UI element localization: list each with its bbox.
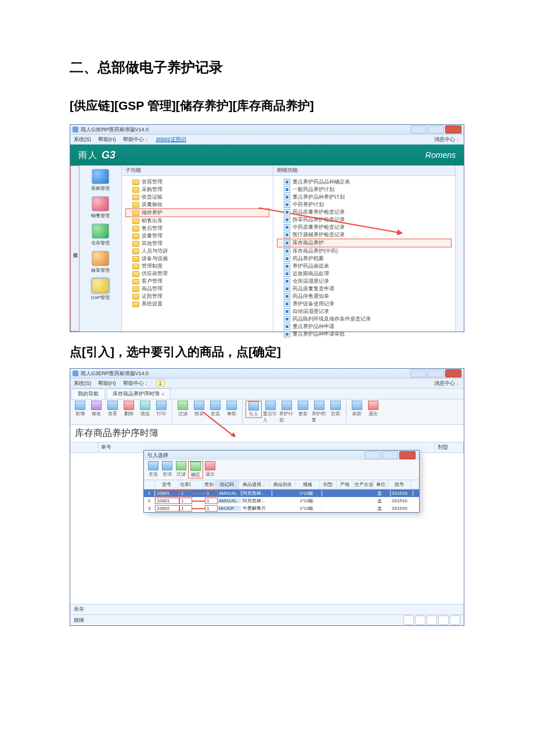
toolbar-筛选[interactable]: 筛选: [138, 401, 153, 417]
dlg-toolbar-确定[interactable]: 确定: [188, 461, 203, 478]
tab-close-icon[interactable]: ×: [161, 391, 164, 397]
dlg-col-header[interactable]: 仓库编号: [179, 480, 191, 489]
toolbar-养护计划[interactable]: 养护计划: [279, 401, 294, 423]
tree-item[interactable]: 设备与设施: [125, 255, 269, 262]
dlg-col-header[interactable]: 类别: [203, 480, 215, 489]
toolbar-报表[interactable]: 报表: [192, 401, 207, 417]
tree-item[interactable]: 证照管理: [125, 293, 269, 300]
detail-item[interactable]: 药品质量复查申请: [277, 285, 452, 293]
detail-item[interactable]: 养护设备使用记录: [277, 300, 452, 308]
detail-item[interactable]: 重点养护品种申请审批: [277, 330, 452, 338]
nav-item-仓存管理[interactable]: 仓存管理: [91, 224, 110, 246]
tree-item[interactable]: 客户管理: [125, 278, 269, 285]
tab-my-nav[interactable]: 我的导航: [71, 388, 105, 399]
fn-button-2[interactable]: [438, 615, 449, 625]
dlg-col-header[interactable]: [144, 480, 155, 489]
tree-item[interactable]: 采购管理: [125, 186, 269, 193]
ime-button[interactable]: [403, 615, 414, 625]
toolbar-删除[interactable]: 删除: [121, 401, 136, 417]
fn-button-3[interactable]: [450, 615, 460, 625]
toolbar-查看[interactable]: 查看: [105, 401, 120, 417]
toolbar-刷新[interactable]: 刷新: [349, 401, 365, 417]
toolbar-更新[interactable]: 更新: [295, 401, 311, 417]
dlg-col-header[interactable]: 助记码: [215, 480, 239, 489]
dlg-toolbar-全选[interactable]: 全选: [146, 461, 160, 478]
dlg-col-header[interactable]: [191, 480, 203, 489]
tree-item[interactable]: 售后管理: [125, 225, 269, 232]
dlg-toolbar-全清[interactable]: 全清: [160, 461, 174, 478]
dlg-min-button[interactable]: [365, 451, 381, 459]
dlg-col-header[interactable]: 生产企业: [353, 480, 374, 489]
detail-item[interactable]: 近效期商品处理: [277, 270, 452, 278]
lang-button[interactable]: [415, 615, 425, 625]
tab-maintenance-list[interactable]: 库存商品养护序时簿×: [106, 388, 171, 399]
tree-item[interactable]: 质量验收: [125, 201, 269, 208]
dlg-row[interactable]: 31000211NHJDP牛黄解毒片1*10板盒201520: [144, 505, 419, 512]
tree-item[interactable]: 人员与培训: [125, 247, 269, 255]
tree-item[interactable]: 其他管理: [125, 240, 269, 247]
dlg-col-header[interactable]: 单位: [374, 480, 388, 489]
nav-item-销售管理[interactable]: 销售管理: [91, 196, 110, 219]
menu-system[interactable]: 系统(S): [74, 136, 91, 143]
alert-badge[interactable]: 1: [156, 380, 165, 387]
toolbar-退出[interactable]: 退出: [366, 401, 381, 417]
tree-item[interactable]: 收货运输: [125, 193, 269, 201]
toolbar-修改[interactable]: 修改: [89, 401, 104, 417]
minimize-button[interactable]: [410, 125, 427, 134]
tree-item[interactable]: 质量管理: [125, 232, 269, 240]
dlg-close-button[interactable]: [399, 451, 416, 459]
nav-item-核算管理[interactable]: 核算管理: [91, 251, 110, 273]
dlg-row[interactable]: 11000111AMXLKL阿莫西林…1*10板盒201510: [144, 489, 419, 497]
tree-item[interactable]: 销售出库: [125, 217, 269, 225]
toolbar-新增[interactable]: 新增: [73, 401, 88, 417]
dlg-col-header[interactable]: 货号: [155, 480, 179, 489]
vtab-supply-chain[interactable]: 供应链: [70, 165, 80, 332]
tree-item[interactable]: 供应商管理: [125, 270, 269, 278]
toolbar-页面[interactable]: 页面: [328, 401, 343, 417]
toolbar-全选[interactable]: 全选: [208, 401, 223, 417]
toolbar-引入[interactable]: 引入: [246, 401, 262, 418]
tree-item[interactable]: 首营管理: [125, 178, 269, 186]
detail-item[interactable]: 库存商品养护: [277, 239, 452, 247]
nav-item-GSP管理[interactable]: GSP管理: [91, 278, 110, 301]
detail-item[interactable]: 药品停售通知单: [277, 293, 452, 300]
detail-item[interactable]: 仓库温湿度记录: [277, 278, 452, 285]
tree-item[interactable]: 储存养护: [125, 208, 269, 217]
tree-item[interactable]: 系统设置: [125, 300, 269, 308]
detail-item[interactable]: 药品养护档案: [277, 255, 452, 262]
tree-item[interactable]: 商品管理: [125, 285, 269, 293]
detail-item[interactable]: 医疗器械养护检查记录: [277, 231, 452, 239]
minimize-button[interactable]: [410, 369, 427, 377]
dlg-col-header[interactable]: 商品通用…: [239, 480, 270, 489]
footer-form[interactable]: 表单: [70, 604, 464, 614]
detail-item[interactable]: 药品陈列环境及储存条件巡查记录: [277, 315, 452, 323]
detail-item[interactable]: 重点养护品种养护计划: [277, 193, 452, 201]
fn-button-1[interactable]: [427, 615, 437, 625]
menu-system[interactable]: 系统(S): [74, 380, 91, 387]
toolbar-单联[interactable]: 单联: [224, 401, 239, 417]
close-button[interactable]: [445, 125, 461, 134]
detail-item[interactable]: 中药养护计划: [277, 201, 452, 208]
cert-link[interactable]: 20002证照识: [156, 136, 186, 143]
detail-item[interactable]: 拆零药品养护检查记录: [277, 216, 452, 224]
toolbar-过滤[interactable]: 过滤: [175, 401, 190, 417]
detail-item[interactable]: 自动温湿度记录: [277, 308, 452, 315]
detail-item[interactable]: 库存商品养护(中药): [277, 247, 452, 255]
dlg-col-header[interactable]: 商品别名: [270, 480, 296, 489]
detail-item[interactable]: 一般药品养护计划: [277, 186, 452, 193]
dlg-col-header[interactable]: 产地: [337, 480, 353, 489]
toolbar-打印[interactable]: 打印: [154, 401, 169, 417]
dlg-col-header[interactable]: 规格: [296, 480, 320, 489]
menu-help[interactable]: 帮助(H): [98, 380, 116, 387]
detail-item[interactable]: 重点养护品种申请: [277, 323, 452, 330]
dlg-max-button[interactable]: [382, 451, 398, 459]
maximize-button[interactable]: [428, 125, 444, 134]
maximize-button[interactable]: [428, 369, 444, 377]
dlg-toolbar-退出[interactable]: 退出: [203, 461, 217, 478]
detail-item[interactable]: 养护药品催促表: [277, 262, 452, 270]
menu-help[interactable]: 帮助(H): [98, 136, 116, 143]
detail-item[interactable]: 中药质量养护检查记录: [277, 224, 452, 231]
dlg-toolbar-过滤[interactable]: 过滤: [174, 461, 188, 478]
col-dosage[interactable]: 剂型: [435, 442, 464, 452]
dlg-row[interactable]: 21000111AMXLKL阿莫西林…1*10板盒201510: [144, 497, 419, 505]
